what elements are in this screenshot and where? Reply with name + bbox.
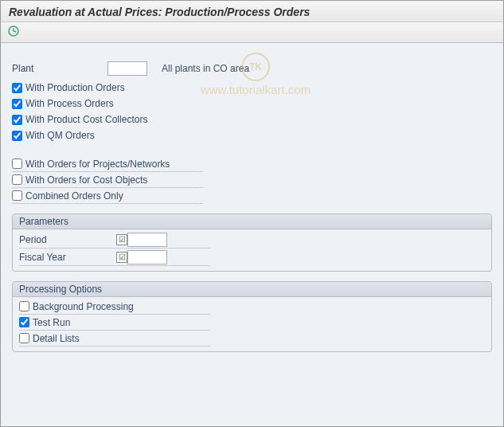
checkbox-background-processing-input[interactable] [19, 301, 29, 311]
checkbox-qm-orders-label: With QM Orders [25, 130, 95, 141]
checkbox-detail-lists: Detail Lists [19, 331, 210, 347]
order-checks-section: With Orders for Projects/Networks With O… [12, 156, 492, 204]
required-icon: ☑ [116, 234, 127, 245]
fiscal-year-input[interactable] [127, 250, 167, 264]
checkbox-combined-only-label: Combined Orders Only [25, 190, 123, 202]
content-area: TK www.tutorialkart.com Plant All plants… [1, 43, 503, 427]
checkbox-cost-collectors-label: With Product Cost Collectors [25, 114, 147, 125]
processing-options-group: Processing Options Background Processing… [12, 281, 492, 352]
plant-label: Plant [12, 63, 107, 74]
checkbox-cost-objects-input[interactable] [12, 174, 22, 185]
checkbox-cost-objects-label: With Orders for Cost Objects [25, 174, 147, 186]
checkbox-process-orders: With Process Orders [12, 96, 492, 112]
checkbox-production-orders-label: With Production Orders [25, 82, 125, 93]
period-label: Period [19, 234, 115, 245]
checkbox-detail-lists-label: Detail Lists [33, 333, 80, 344]
checkbox-test-run: Test Run [19, 315, 210, 331]
svg-line-2 [14, 31, 16, 32]
checkbox-background-processing: Background Processing [19, 299, 210, 315]
checkbox-cost-collectors: With Product Cost Collectors [12, 112, 492, 127]
toolbar [1, 22, 503, 43]
period-input[interactable] [127, 233, 167, 247]
checkbox-combined-only: Combined Orders Only [12, 188, 203, 204]
checkbox-test-run-label: Test Run [33, 317, 70, 328]
checkbox-production-orders: With Production Orders [12, 80, 492, 96]
checkbox-process-orders-label: With Process Orders [25, 98, 114, 109]
checkbox-process-orders-input[interactable] [12, 99, 22, 109]
parameters-group: Parameters Period ☑ Fiscal Year ☑ [12, 214, 492, 272]
plant-hint: All plants in CO area [162, 63, 249, 74]
period-row: Period ☑ [19, 231, 210, 249]
checkbox-production-orders-input[interactable] [12, 83, 22, 93]
parameters-title: Parameters [13, 214, 491, 229]
required-icon: ☑ [116, 252, 127, 263]
checkbox-qm-orders-input[interactable] [12, 131, 22, 141]
processing-options-title: Processing Options [13, 282, 491, 297]
plant-row: Plant All plants in CO area [12, 61, 492, 76]
checkbox-qm-orders: With QM Orders [12, 127, 492, 143]
checkbox-projects-networks-label: With Orders for Projects/Networks [25, 159, 170, 170]
fiscal-year-label: Fiscal Year [19, 252, 115, 263]
plant-input[interactable] [107, 61, 147, 76]
fiscal-year-row: Fiscal Year ☑ [19, 249, 210, 266]
checkbox-projects-networks-input[interactable] [12, 159, 22, 169]
execute-icon[interactable] [7, 25, 23, 39]
checkbox-background-processing-label: Background Processing [33, 301, 134, 312]
checkbox-cost-collectors-input[interactable] [12, 115, 22, 125]
checkbox-cost-objects: With Orders for Cost Objects [12, 172, 203, 188]
checkbox-projects-networks: With Orders for Projects/Networks [12, 156, 203, 172]
checkbox-test-run-input[interactable] [19, 317, 29, 327]
page-title: Revaluation at Actual Prices: Production… [9, 6, 495, 18]
title-bar: Revaluation at Actual Prices: Production… [1, 1, 503, 22]
checkbox-detail-lists-input[interactable] [19, 333, 29, 343]
checkbox-combined-only-input[interactable] [12, 190, 22, 201]
